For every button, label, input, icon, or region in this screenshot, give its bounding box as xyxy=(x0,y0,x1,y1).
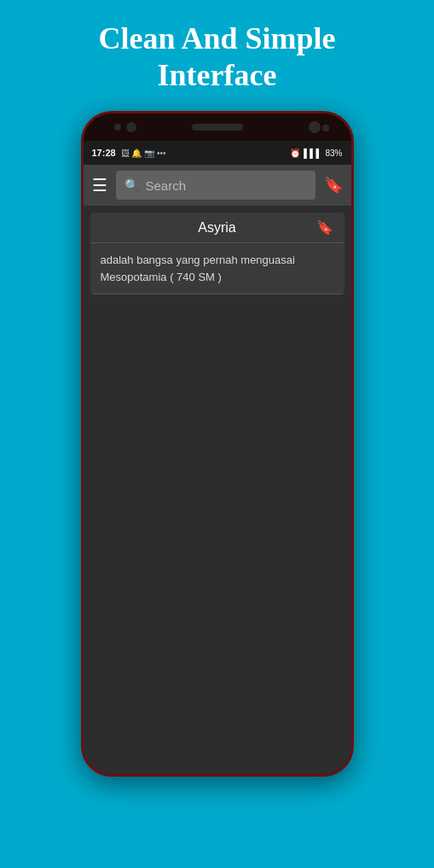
headline-line2: Interface xyxy=(158,58,277,92)
card-body: adalah bangsa yang pernah menguasai Meso… xyxy=(90,243,344,294)
app-bar: ☰ 🔍 Search 🔖 xyxy=(84,165,351,206)
camera-dot-left xyxy=(114,124,121,131)
alarm-icon: ⏰ xyxy=(290,149,300,158)
status-time: 17:28 xyxy=(92,148,116,158)
search-box[interactable]: 🔍 Search xyxy=(116,171,315,200)
card-description: adalah bangsa yang pernah menguasai Meso… xyxy=(101,252,334,285)
status-icons-right: ⏰ ▌▌▌ 83% xyxy=(290,149,342,158)
status-left: 17:28 🖼 🔔 📷 ••• xyxy=(92,148,166,158)
card-bookmark-icon[interactable]: 🔖 xyxy=(316,219,333,236)
phone-body: 17:28 🖼 🔔 📷 ••• ⏰ ▌▌▌ 83% ☰ 🔍 Search 🔖 xyxy=(81,111,354,777)
camera-dot-left2 xyxy=(126,122,136,132)
status-bar: 17:28 🖼 🔔 📷 ••• ⏰ ▌▌▌ 83% xyxy=(84,141,351,165)
phone-speaker xyxy=(192,124,243,131)
camera-dot-right2 xyxy=(322,125,329,131)
signal-icon: ▌▌▌ xyxy=(304,149,321,158)
status-notification-icons: 🖼 🔔 📷 ••• xyxy=(121,149,166,158)
phone-screen: 17:28 🖼 🔔 📷 ••• ⏰ ▌▌▌ 83% ☰ 🔍 Search 🔖 xyxy=(84,141,351,774)
headline: Clean And Simple Interface xyxy=(64,0,369,111)
hamburger-menu-icon[interactable]: ☰ xyxy=(92,177,107,194)
phone-mockup: 17:28 🖼 🔔 📷 ••• ⏰ ▌▌▌ 83% ☰ 🔍 Search 🔖 xyxy=(81,111,354,868)
card-title: Asyria xyxy=(178,220,256,236)
search-placeholder: Search xyxy=(146,178,187,193)
phone-top-bar xyxy=(84,114,351,141)
headline-line1: Clean And Simple xyxy=(98,21,335,55)
entry-card: Asyria 🔖 adalah bangsa yang pernah mengu… xyxy=(90,213,344,294)
card-header: Asyria 🔖 xyxy=(90,213,344,243)
camera-dot-right xyxy=(309,121,321,133)
search-icon: 🔍 xyxy=(124,178,139,193)
battery-text: 83% xyxy=(325,149,342,158)
bookmark-icon[interactable]: 🔖 xyxy=(324,176,343,195)
content-area: Asyria 🔖 adalah bangsa yang pernah mengu… xyxy=(84,206,351,774)
